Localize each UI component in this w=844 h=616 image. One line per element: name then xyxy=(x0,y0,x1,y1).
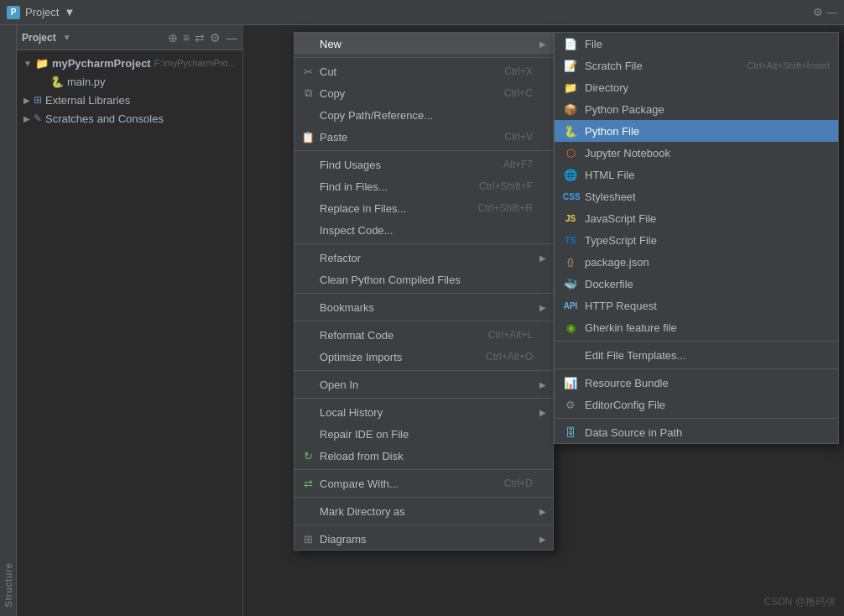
submenu-new: 📄 File 📝 Scratch File Ctrl+Alt+Shift+Ins… xyxy=(554,32,839,444)
submenu-json[interactable]: {} package.json xyxy=(555,251,838,273)
copy-label: Copy xyxy=(320,87,499,100)
tree-root[interactable]: ▼ 📁 myPycharmProject F:\myPycharmPro... xyxy=(17,54,242,72)
repair-label: Repair IDE on File xyxy=(320,428,546,441)
mainpy-label: main.py xyxy=(67,76,106,88)
submenu-scratch[interactable]: 📝 Scratch File Ctrl+Alt+Shift+Insert xyxy=(555,55,838,76)
submenu-docker[interactable]: 🐳 Dockerfile xyxy=(555,273,838,295)
submenu-jupyter[interactable]: ⬡ Jupyter Notebook xyxy=(555,142,838,164)
submenu-css[interactable]: CSS Stylesheet xyxy=(555,185,838,207)
menu-item-cut[interactable]: ✂ Cut Ctrl+X xyxy=(294,60,553,82)
jupyter-label: Jupyter Notebook xyxy=(585,147,830,159)
resource-label: Resource Bundle xyxy=(585,377,830,389)
compare-label: Compare With... xyxy=(320,478,499,490)
project-panel: Project ▼ ⊕ ≡ ⇄ ⚙ — ▼ 📁 myPycharmProject… xyxy=(17,25,243,616)
find-usages-label: Find Usages xyxy=(320,159,498,171)
tree-scratches[interactable]: ▶ ✎ Scratches and Consoles xyxy=(17,109,242,128)
local-history-label: Local History xyxy=(320,406,546,419)
pyfile-label: Python File xyxy=(585,125,830,138)
scratches-label: Scratches and Consoles xyxy=(45,112,164,125)
menu-item-copy-path[interactable]: Copy Path/Reference... xyxy=(294,104,553,126)
file-icon: 📄 xyxy=(563,38,578,50)
project-tree: ▼ 📁 myPycharmProject F:\myPycharmPro... … xyxy=(17,50,242,616)
submenu-editorconfig[interactable]: ⚙ EditorConfig File xyxy=(555,394,838,415)
json-label: package.json xyxy=(585,256,830,269)
title-text: Project xyxy=(25,6,59,18)
minimize-panel-icon[interactable]: — xyxy=(226,31,237,44)
submenu-ts[interactable]: TS TypeScript File xyxy=(555,229,838,251)
scratch-icon: 📝 xyxy=(563,60,578,72)
menu-item-optimize[interactable]: Optimize Imports Ctrl+Alt+O xyxy=(294,346,553,368)
submenu-gherkin[interactable]: ◉ Gherkin feature file xyxy=(555,316,838,338)
add-icon[interactable]: ⊕ xyxy=(168,31,178,44)
title-arrow[interactable]: ▼ xyxy=(64,6,75,18)
minimize-button[interactable]: — xyxy=(826,6,837,18)
submenu-python-pkg[interactable]: 📦 Python Package xyxy=(555,98,838,120)
open-in-label: Open In xyxy=(320,378,546,391)
find-files-shortcut: Ctrl+Shift+F xyxy=(479,180,546,192)
menu-item-replace[interactable]: Replace in Files... Ctrl+Shift+R xyxy=(294,197,553,219)
expand-arrow-root: ▼ xyxy=(23,59,32,68)
tree-external-libs[interactable]: ▶ ⊞ External Libraries xyxy=(17,91,242,109)
scratches-icon: ✎ xyxy=(34,112,42,124)
menu-item-repair-ide[interactable]: Repair IDE on File xyxy=(294,423,553,445)
menu-item-inspect[interactable]: Inspect Code... xyxy=(294,219,553,241)
settings-icon[interactable]: ⚙ xyxy=(813,6,823,18)
directory-icon: 📁 xyxy=(563,81,578,94)
project-path: F:\myPycharmPro... xyxy=(154,58,236,68)
submenu-directory[interactable]: 📁 Directory xyxy=(555,76,838,98)
scratch-label: Scratch File xyxy=(585,60,740,72)
find-usages-shortcut: Alt+F7 xyxy=(503,159,546,170)
sep10 xyxy=(294,525,553,525)
gear-icon[interactable]: ⚙ xyxy=(210,31,221,44)
menu-item-paste[interactable]: 📋 Paste Ctrl+V xyxy=(294,126,553,148)
menu-item-mark-dir[interactable]: Mark Directory as xyxy=(294,500,553,522)
tree-main-py[interactable]: 🐍 main.py xyxy=(17,72,242,91)
html-label: HTML File xyxy=(585,169,830,181)
list-icon[interactable]: ≡ xyxy=(183,31,190,44)
menu-item-clean[interactable]: Clean Python Compiled Files xyxy=(294,269,553,290)
compare-icon: ⇄ xyxy=(301,478,315,490)
watermark: CSDN @撸码侠 xyxy=(763,595,836,609)
menu-item-copy[interactable]: ⧉ Copy Ctrl+C xyxy=(294,82,553,104)
docker-icon: 🐳 xyxy=(563,278,578,290)
expand-arrow-scratches: ▶ xyxy=(23,114,30,123)
menu-item-open-in[interactable]: Open In xyxy=(294,373,553,395)
project-toolbar: Project ▼ ⊕ ≡ ⇄ ⚙ — xyxy=(17,25,242,50)
reformat-label: Reformat Code xyxy=(320,329,483,342)
clean-label: Clean Python Compiled Files xyxy=(320,274,546,286)
menu-item-local-history[interactable]: Local History xyxy=(294,401,553,423)
menu-item-diagrams[interactable]: ⊞ Diagrams xyxy=(294,528,553,550)
sep5 xyxy=(294,321,553,321)
sep9 xyxy=(294,497,553,498)
submenu-file[interactable]: 📄 File xyxy=(555,33,838,55)
menu-item-bookmarks[interactable]: Bookmarks xyxy=(294,296,553,318)
submenu-http[interactable]: API HTTP Request xyxy=(555,295,838,316)
app-icon: P xyxy=(7,6,20,19)
submenu-python-file[interactable]: 🐍 Python File xyxy=(555,120,838,142)
submenu-datasource[interactable]: 🗄 Data Source in Path xyxy=(555,421,838,443)
sep4 xyxy=(294,293,553,294)
sep6 xyxy=(294,370,553,371)
copy-shortcut: Ctrl+C xyxy=(504,87,546,99)
diagrams-label: Diagrams xyxy=(320,533,546,546)
submenu-js[interactable]: JS JavaScript File xyxy=(555,207,838,229)
submenu-resource[interactable]: 📊 Resource Bundle xyxy=(555,372,838,394)
context-menu: New ✂ Cut Ctrl+X ⧉ Copy Ctrl+C Copy Path… xyxy=(294,32,554,551)
menu-item-find-usages[interactable]: Find Usages Alt+F7 xyxy=(294,154,553,175)
project-panel-arrow[interactable]: ▼ xyxy=(63,33,71,42)
js-icon: JS xyxy=(563,214,578,223)
menu-item-reformat[interactable]: Reformat Code Ctrl+Alt+L xyxy=(294,324,553,346)
menu-item-find-in-files[interactable]: Find in Files... Ctrl+Shift+F xyxy=(294,175,553,197)
menu-item-new[interactable]: New xyxy=(294,33,553,55)
menu-item-compare[interactable]: ⇄ Compare With... Ctrl+D xyxy=(294,472,553,494)
collapse-icon[interactable]: ⇄ xyxy=(195,31,205,44)
paste-icon: 📋 xyxy=(301,131,315,144)
pypkg-icon: 📦 xyxy=(563,103,578,116)
toolbar-icons: ⊕ ≡ ⇄ ⚙ — xyxy=(168,31,237,44)
menu-item-refactor[interactable]: Refactor xyxy=(294,247,553,269)
sep2 xyxy=(294,150,553,151)
menu-item-reload[interactable]: ↻ Reload from Disk xyxy=(294,445,553,467)
diagrams-icon: ⊞ xyxy=(301,533,315,546)
submenu-html[interactable]: 🌐 HTML File xyxy=(555,164,838,185)
submenu-edit-templates[interactable]: Edit File Templates... xyxy=(555,344,838,366)
